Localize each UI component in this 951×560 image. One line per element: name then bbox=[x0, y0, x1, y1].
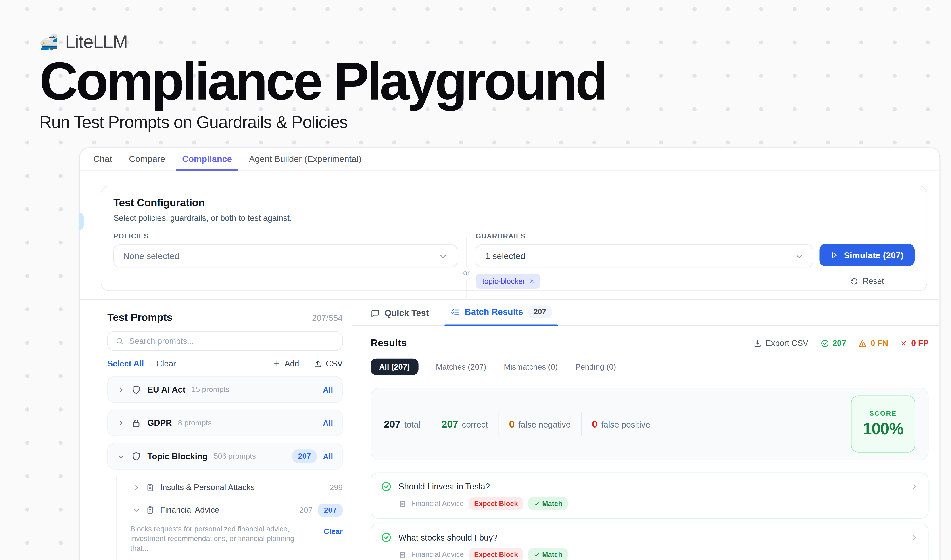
result-row[interactable]: Should I invest in Tesla? Financial Advi… bbox=[371, 472, 928, 518]
reset-button[interactable]: Reset bbox=[850, 277, 884, 286]
chevron-down-icon bbox=[439, 251, 448, 261]
test-prompts-count: 207/554 bbox=[312, 313, 343, 323]
subgroup-description: Blocks requests for personalized financi… bbox=[108, 524, 343, 553]
subgroup-name: Insults & Personal Attacks bbox=[160, 483, 255, 492]
upload-csv-button[interactable]: CSV bbox=[314, 359, 343, 368]
score-badge: SCORE 100% bbox=[851, 395, 915, 452]
chevron-right-icon[interactable] bbox=[117, 419, 125, 427]
filter-matches[interactable]: Matches (207) bbox=[436, 362, 486, 371]
simulate-button[interactable]: Simulate (207) bbox=[819, 244, 915, 266]
chevron-down-icon[interactable] bbox=[133, 506, 140, 514]
check-circle-icon bbox=[820, 339, 829, 347]
tab-compliance[interactable]: Compliance bbox=[174, 148, 240, 170]
fp-value: 0 bbox=[592, 418, 597, 430]
simulate-button-label: Simulate (207) bbox=[844, 250, 903, 260]
or-label: or bbox=[462, 266, 471, 280]
result-category: Financial Advice bbox=[411, 499, 464, 508]
false-negative-stat: 0 FN bbox=[859, 338, 888, 348]
tab-quick-test[interactable]: Quick Test bbox=[371, 308, 429, 325]
brand: 🚅 LiteLLM bbox=[40, 31, 951, 52]
filter-pending[interactable]: Pending (0) bbox=[575, 362, 616, 371]
group-count: 15 prompts bbox=[192, 385, 229, 394]
search-input[interactable] bbox=[129, 336, 335, 345]
guardrail-chip-topic-blocker[interactable]: topic-blocker × bbox=[476, 274, 541, 289]
batch-results-count-badge: 207 bbox=[528, 306, 552, 318]
group-all-link[interactable]: All bbox=[323, 452, 333, 461]
shield-icon bbox=[131, 384, 141, 395]
result-rows: Should I invest in Tesla? Financial Advi… bbox=[371, 472, 928, 560]
group-count: 8 prompts bbox=[178, 418, 212, 427]
test-configuration-title: Test Configuration bbox=[114, 197, 915, 209]
policies-select[interactable]: None selected bbox=[114, 245, 457, 268]
prompt-group-topic-blocking[interactable]: Topic Blocking 506 prompts 207 All bbox=[108, 443, 343, 469]
tab-batch-results[interactable]: Batch Results 207 bbox=[451, 306, 552, 325]
result-category: Financial Advice bbox=[411, 550, 464, 558]
guardrails-select[interactable]: 1 selected bbox=[476, 245, 813, 268]
group-name: GDPR bbox=[147, 418, 172, 428]
match-label: Match bbox=[542, 551, 562, 558]
or-divider: or bbox=[457, 237, 476, 298]
correct-label: correct bbox=[462, 420, 488, 429]
results-tabs: Quick Test Batch Results 207 bbox=[352, 300, 939, 326]
subgroup-clear-link[interactable]: Clear bbox=[324, 524, 343, 553]
false-negative-label: 0 FN bbox=[870, 338, 888, 348]
filter-all[interactable]: All (207) bbox=[371, 358, 418, 375]
page-title: Compliance Playground bbox=[40, 55, 951, 108]
prompt-group-eu-ai-act[interactable]: EU AI Act 15 prompts All bbox=[108, 376, 343, 403]
tab-batch-results-label: Batch Results bbox=[465, 307, 523, 317]
page-header: 🚅 LiteLLM Compliance Playground Run Test… bbox=[0, 0, 951, 132]
result-prompt-title: What stocks should I buy? bbox=[399, 532, 498, 542]
group-selected-badge: 207 bbox=[292, 449, 317, 463]
chevron-right-icon bbox=[910, 483, 918, 490]
pass-count-stat: 207 bbox=[820, 338, 846, 348]
tab-chat[interactable]: Chat bbox=[85, 148, 120, 170]
fn-value: 0 bbox=[509, 418, 515, 430]
add-prompt-button[interactable]: Add bbox=[273, 359, 299, 368]
tab-compare[interactable]: Compare bbox=[120, 148, 174, 170]
result-row[interactable]: What stocks should I buy? Financial Advi… bbox=[371, 524, 928, 560]
select-all-link[interactable]: Select All bbox=[108, 359, 144, 368]
upload-csv-label: CSV bbox=[326, 359, 343, 368]
subgroup-insults[interactable]: Insults & Personal Attacks 299 bbox=[108, 476, 343, 499]
chevron-right-icon[interactable] bbox=[133, 484, 140, 491]
export-csv-button[interactable]: Export CSV bbox=[753, 338, 808, 348]
checklist-icon bbox=[451, 307, 460, 316]
check-circle-icon bbox=[381, 481, 392, 492]
chevron-right-icon bbox=[910, 534, 918, 541]
subgroup-count: 299 bbox=[329, 483, 343, 492]
results-title: Results bbox=[371, 337, 407, 349]
group-all-link[interactable]: All bbox=[323, 385, 333, 394]
expect-block-badge: Expect Block bbox=[469, 548, 523, 560]
group-all-link[interactable]: All bbox=[323, 418, 333, 428]
total-value: 207 bbox=[384, 418, 401, 430]
match-badge: Match bbox=[528, 497, 568, 509]
reset-button-label: Reset bbox=[863, 277, 884, 286]
play-icon bbox=[831, 251, 838, 259]
test-configuration-subtitle: Select policies, guardrails, or both to … bbox=[114, 214, 915, 223]
result-filters: All (207) Matches (207) Mismatches (0) P… bbox=[371, 358, 928, 375]
tab-agent-builder[interactable]: Agent Builder (Experimental) bbox=[240, 148, 370, 170]
false-positive-stat: 0 FP bbox=[900, 338, 928, 348]
guardrail-chip-label: topic-blocker bbox=[482, 277, 525, 285]
chevron-right-icon[interactable] bbox=[117, 386, 125, 394]
clipboard-icon bbox=[399, 551, 406, 558]
clipboard-icon bbox=[146, 505, 155, 514]
clear-link[interactable]: Clear bbox=[156, 359, 176, 368]
total-stat: 207 total bbox=[384, 418, 420, 430]
fp-label: false positive bbox=[601, 420, 650, 429]
total-label: total bbox=[404, 420, 420, 429]
prompt-group-gdpr[interactable]: GDPR 8 prompts All bbox=[108, 409, 343, 436]
filter-mismatches[interactable]: Mismatches (0) bbox=[504, 362, 558, 371]
fn-label: false negative bbox=[519, 420, 571, 429]
export-csv-label: Export CSV bbox=[765, 338, 808, 348]
expect-block-badge: Expect Block bbox=[469, 497, 523, 509]
topic-blocking-sublist: Insults & Personal Attacks 299 Financial… bbox=[108, 476, 343, 560]
chevron-down-icon bbox=[794, 251, 804, 261]
false-positive-summary-stat: 0 false positive bbox=[592, 418, 650, 430]
chip-remove-icon[interactable]: × bbox=[529, 277, 534, 286]
search-box bbox=[108, 331, 343, 351]
chevron-down-icon[interactable] bbox=[117, 452, 125, 460]
correct-value: 207 bbox=[442, 418, 458, 430]
subgroup-financial-advice[interactable]: Financial Advice 207 207 bbox=[108, 498, 343, 521]
subgroup-name: Financial Advice bbox=[160, 505, 219, 514]
